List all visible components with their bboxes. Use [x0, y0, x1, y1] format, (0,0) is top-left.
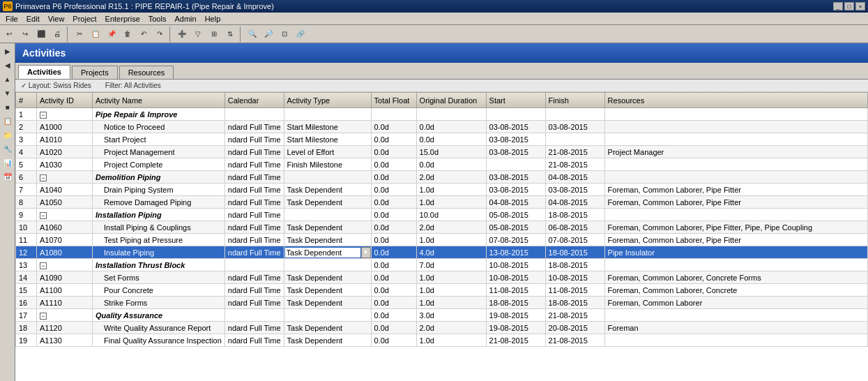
activities-table: # Activity ID Activity Name Calendar Act…	[15, 92, 868, 347]
col-activity-id: Activity ID	[37, 93, 93, 108]
tb-group[interactable]: ⊞	[206, 27, 222, 42]
menu-edit[interactable]: Edit	[22, 14, 44, 24]
table-row[interactable]: 9 − Installation Piping ndard Full Time …	[16, 209, 868, 221]
table-row[interactable]: 8 A1050 Remove Damaged Piping ndard Full…	[16, 196, 868, 209]
row-float: 0.0d	[371, 334, 416, 347]
row-id: A1110	[37, 297, 93, 309]
tb-zoom-out[interactable]: 🔎	[261, 27, 276, 42]
sidebar-icon-1[interactable]: ▶	[1, 45, 14, 57]
table-row[interactable]: 17 − Quality Assurance 0.0d 3.0d 19-08-2…	[16, 309, 868, 322]
sidebar-icon-7[interactable]: 📁	[1, 128, 14, 141]
row-type-dropdown[interactable]: ▼ Finish MilestoneLevel of EffortResourc…	[284, 246, 371, 259]
table-row[interactable]: 16 A1110 Strike Forms ndard Full Time Ta…	[16, 297, 868, 309]
row-calendar: ndard Full Time	[224, 146, 284, 158]
row-finish: 04-08-2015	[545, 196, 604, 209]
tb-add[interactable]: ➕	[174, 27, 190, 42]
toolbar-group-1: ↩ ↪ ⬛ 🖨	[1, 27, 65, 42]
menu-enterprise[interactable]: Enterprise	[101, 14, 144, 24]
row-finish	[545, 108, 604, 121]
tb-fit[interactable]: ⊡	[277, 27, 292, 42]
sidebar-icon-6[interactable]: 📋	[1, 114, 14, 127]
row-resources: Foreman, Common Laborer, Concrete	[604, 284, 867, 297]
row-calendar: ndard Full Time	[224, 121, 284, 133]
row-finish: 04-08-2015	[545, 171, 604, 184]
row-resources	[604, 171, 867, 184]
window-controls: _ □ ×	[833, 2, 865, 10]
tb-filter[interactable]: ▽	[190, 27, 206, 42]
table-row[interactable]: 13 − Installation Thrust Block 0.0d 7.0d…	[16, 259, 868, 271]
row-num: 15	[16, 284, 37, 297]
menu-view[interactable]: View	[44, 14, 69, 24]
tb-print[interactable]: 🖨	[50, 27, 65, 42]
menu-file[interactable]: File	[1, 14, 22, 24]
table-row[interactable]: 6 − Demolition Piping ndard Full Time 0.…	[16, 171, 868, 184]
table-row[interactable]: 18 A1120 Write Quality Assurance Report …	[16, 322, 868, 334]
collapse-icon[interactable]: −	[40, 262, 47, 269]
tb-open[interactable]: ↪	[17, 27, 33, 42]
menu-admin[interactable]: Admin	[170, 14, 200, 24]
table-row[interactable]: 14 A1090 Set Forms ndard Full Time Task …	[16, 271, 868, 284]
activity-type-dropdown[interactable]: ▼	[284, 247, 371, 258]
row-num: 17	[16, 309, 37, 322]
table-row[interactable]: 11 A1070 Test Piping at Pressure ndard F…	[16, 234, 868, 246]
sidebar-icon-3[interactable]: ▲	[1, 73, 14, 85]
dropdown-menu[interactable]: Finish MilestoneLevel of EffortResource …	[284, 258, 372, 259]
row-calendar: ndard Full Time	[224, 234, 284, 246]
tab-projects[interactable]: Projects	[72, 66, 118, 79]
row-calendar: ndard Full Time	[224, 209, 284, 221]
tb-link[interactable]: 🔗	[293, 27, 308, 42]
menu-help[interactable]: Help	[201, 14, 225, 24]
maximize-btn[interactable]: □	[844, 2, 854, 10]
sidebar-icon-8[interactable]: 🔧	[1, 142, 14, 155]
row-dur: 1.0d	[416, 334, 486, 347]
tb-copy[interactable]: 📋	[88, 27, 103, 42]
tb-zoom-in[interactable]: 🔍	[245, 27, 260, 42]
activities-header: Activities	[15, 43, 868, 63]
row-dur: 3.0d	[416, 309, 486, 322]
table-row[interactable]: 3 A1010 Start Project ndard Full Time St…	[16, 133, 868, 146]
tb-delete[interactable]: 🗑	[120, 27, 135, 42]
minimize-btn[interactable]: _	[833, 2, 843, 10]
dropdown-input[interactable]	[284, 247, 361, 258]
tb-new[interactable]: ↩	[1, 27, 17, 42]
row-resources	[604, 259, 867, 271]
tb-save[interactable]: ⬛	[33, 27, 49, 42]
row-name: Demolition Piping	[93, 171, 225, 184]
dropdown-arrow[interactable]: ▼	[361, 247, 371, 258]
table-row[interactable]: 7 A1040 Drain Piping System ndard Full T…	[16, 184, 868, 196]
table-row[interactable]: 15 A1100 Pour Concrete ndard Full Time T…	[16, 284, 868, 297]
tab-resources[interactable]: Resources	[119, 66, 174, 79]
table-row[interactable]: 12 A1080 Insulate Piping ndard Full Time…	[16, 246, 868, 259]
sidebar-icon-5[interactable]: ■	[1, 100, 14, 113]
tb-paste[interactable]: 📌	[104, 27, 119, 42]
table-row[interactable]: 2 A1000 Notice to Proceed ndard Full Tim…	[16, 121, 868, 133]
table-row[interactable]: 5 A1030 Project Complete ndard Full Time…	[16, 158, 868, 171]
tb-cut[interactable]: ✂	[72, 27, 87, 42]
row-calendar: ndard Full Time	[224, 184, 284, 196]
collapse-icon[interactable]: −	[40, 174, 47, 181]
tb-sort[interactable]: ⇅	[222, 27, 238, 42]
sidebar-icon-10[interactable]: 📅	[1, 170, 14, 183]
table-row[interactable]: 10 A1060 Install Piping & Couplings ndar…	[16, 221, 868, 234]
tb-undo[interactable]: ↶	[136, 27, 151, 42]
table-row[interactable]: 4 A1020 Project Management ndard Full Ti…	[16, 146, 868, 158]
col-start: Start	[486, 93, 545, 108]
table-row[interactable]: 1 − Pipe Repair & Improve	[16, 108, 868, 121]
table-container[interactable]: # Activity ID Activity Name Calendar Act…	[15, 92, 868, 381]
close-btn[interactable]: ×	[855, 2, 865, 10]
row-dur: 2.0d	[416, 221, 486, 234]
collapse-icon[interactable]: −	[40, 212, 47, 219]
row-dur: 15.0d	[416, 146, 486, 158]
menu-tools[interactable]: Tools	[144, 14, 171, 24]
sidebar-icon-4[interactable]: ▼	[1, 87, 14, 99]
row-type	[284, 209, 371, 221]
row-finish	[545, 133, 604, 146]
collapse-icon[interactable]: −	[40, 313, 47, 320]
tb-redo[interactable]: ↷	[152, 27, 167, 42]
tab-activities[interactable]: Activities	[18, 65, 70, 79]
menu-project[interactable]: Project	[68, 14, 100, 24]
collapse-icon[interactable]: −	[40, 112, 47, 119]
sidebar-icon-2[interactable]: ◀	[1, 59, 14, 71]
sidebar-icon-9[interactable]: 📊	[1, 156, 14, 169]
table-row[interactable]: 19 A1130 Final Quality Assurance Inspect…	[16, 334, 868, 347]
